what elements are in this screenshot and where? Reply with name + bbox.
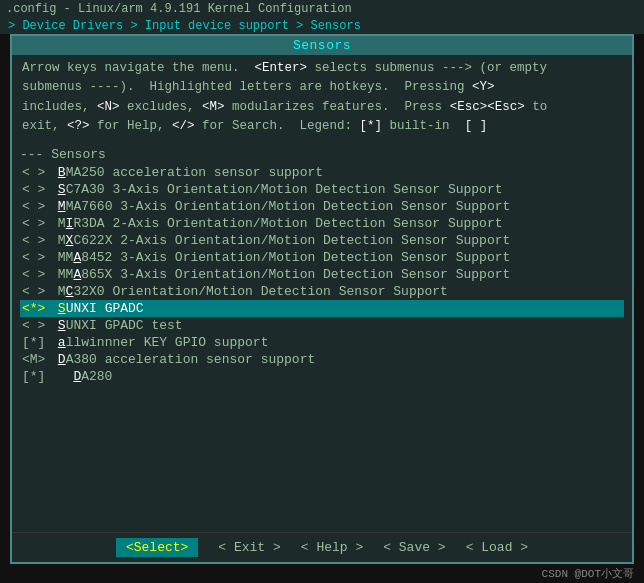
list-item[interactable]: < > MMA865X 3-Axis Orientation/Motion De… xyxy=(20,266,624,283)
list-item[interactable]: < > SUNXI GPADC test xyxy=(20,317,624,334)
section-title: --- Sensors xyxy=(20,147,624,162)
help-button[interactable]: < Help > xyxy=(301,538,363,557)
list-item[interactable]: < > BMA250 acceleration sensor support xyxy=(20,164,624,181)
bottom-bar: CSDN @DOT小文哥 xyxy=(0,564,644,583)
title-bar: Sensors xyxy=(12,36,632,55)
config-title: .config - Linux/arm 4.9.191 Kernel Confi… xyxy=(0,0,644,18)
list-item[interactable]: <M> DA380 acceleration sensor support xyxy=(20,351,624,368)
select-button[interactable]: <Select> xyxy=(116,538,198,557)
list-item[interactable]: < > MIR3DA 2-Axis Orientation/Motion Det… xyxy=(20,215,624,232)
save-button[interactable]: < Save > xyxy=(383,538,445,557)
list-item-selected[interactable]: <*> SUNXI GPADC xyxy=(20,300,624,317)
exit-button[interactable]: < Exit > xyxy=(218,538,280,557)
list-item[interactable]: [*] allwinnner KEY GPIO support xyxy=(20,334,624,351)
list-item[interactable]: < > SC7A30 3-Axis Orientation/Motion Det… xyxy=(20,181,624,198)
list-item[interactable]: < > MXC622X 2-Axis Orientation/Motion De… xyxy=(20,232,624,249)
list-item[interactable]: [*] DA280 xyxy=(20,368,624,385)
load-button[interactable]: < Load > xyxy=(466,538,528,557)
menu-area: --- Sensors < > BMA250 acceleration sens… xyxy=(12,143,632,533)
breadcrumb: > Device Drivers > Input device support … xyxy=(0,18,644,34)
list-item[interactable]: < > MMA8452 3-Axis Orientation/Motion De… xyxy=(20,249,624,266)
footer: <Select> < Exit > < Help > < Save > < Lo… xyxy=(12,532,632,562)
help-area: Arrow keys navigate the menu. <Enter> se… xyxy=(12,55,632,143)
list-item[interactable]: < > MMA7660 3-Axis Orientation/Motion De… xyxy=(20,198,624,215)
list-item[interactable]: < > MC32X0 Orientation/Motion Detection … xyxy=(20,283,624,300)
